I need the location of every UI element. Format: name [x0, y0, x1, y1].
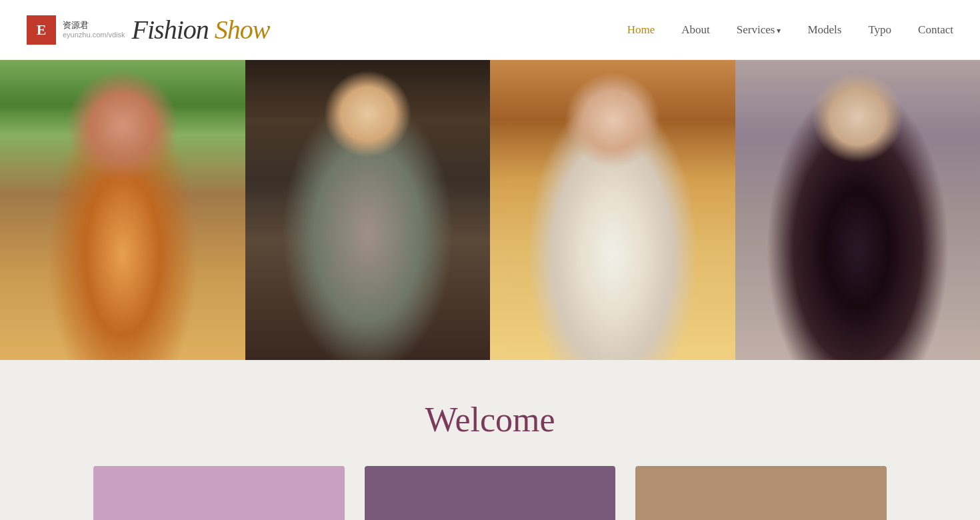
cards-row	[27, 466, 953, 520]
card-2	[365, 466, 616, 520]
logo[interactable]: E 资源君 eyunzhu.com/vdisk Fishion Show	[27, 14, 269, 45]
hero-panel-1	[0, 60, 245, 360]
hero-image-1	[0, 60, 245, 360]
hero-image-2	[245, 60, 491, 360]
main-nav: Home About Services Models Typo Contact	[627, 23, 953, 37]
brand-part2: Show	[215, 15, 270, 45]
hero-section	[0, 60, 980, 360]
welcome-title: Welcome	[27, 400, 953, 439]
brand-dark: F	[132, 15, 147, 45]
hero-panel-2	[245, 60, 491, 360]
nav-contact[interactable]: Contact	[918, 23, 953, 37]
nav-services[interactable]: Services	[737, 23, 781, 37]
site-header: E 资源君 eyunzhu.com/vdisk Fishion Show Hom…	[0, 0, 980, 60]
nav-about[interactable]: About	[681, 23, 710, 37]
nav-home[interactable]: Home	[627, 23, 655, 37]
hero-panel-3	[490, 60, 735, 360]
brand-name: Fishion Show	[132, 14, 270, 45]
hero-panel-4	[735, 60, 981, 360]
hero-image-3	[490, 60, 735, 360]
logo-icon: E	[27, 15, 56, 45]
logo-chinese: 资源君	[63, 20, 125, 31]
nav-typo[interactable]: Typo	[868, 23, 891, 37]
brand-part1: ishion	[147, 15, 215, 45]
logo-text: 资源君 eyunzhu.com/vdisk	[63, 20, 125, 39]
card-1	[93, 466, 345, 520]
nav-models[interactable]: Models	[807, 23, 841, 37]
welcome-section: Welcome	[0, 360, 980, 520]
hero-image-4	[735, 60, 981, 360]
card-3	[635, 466, 887, 520]
logo-domain: eyunzhu.com/vdisk	[63, 31, 125, 39]
